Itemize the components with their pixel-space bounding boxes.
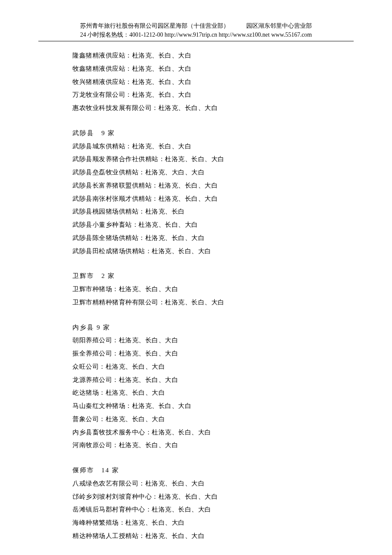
page-header: 苏州青年旅行社股份有限公司园区星海部（十佳营业部） 园区湖东邻里中心营业部 24…	[38, 21, 354, 39]
header-org-left: 苏州青年旅行社股份有限公司园区星海部（十佳营业部）	[80, 21, 229, 30]
list-item: 河南牧原公司：杜洛克、长白、大白	[72, 439, 354, 452]
list-item: 武陟县陈全猪场供精站：杜洛克、长白、大白	[72, 231, 354, 245]
section: 武陟县 9 家武陟县城东供精站：杜洛克、长白、大白武陟县顺发养猪合作社供精站：杜…	[72, 127, 354, 258]
list-item: 隆鑫猪精液供应站：杜洛克、长白、大白	[72, 49, 354, 62]
list-item: 精达种猪场人工授精站：杜洛克、长白、大白	[72, 529, 354, 543]
list-item: 海峰种猪繁殖场：杜洛克、长白、大白	[72, 516, 354, 529]
list-item: 武陟县南张村张顺才供精站：杜洛克、长白、大白	[72, 192, 354, 205]
list-item: 普象公司：杜洛克、长白、大白	[72, 413, 354, 426]
list-item: 振全养殖公司：杜洛克、长白、大白	[72, 347, 354, 360]
list-item: 岳滩镇后马郡村育种中心：杜洛克、长白、大白	[72, 503, 354, 516]
list-item: 卫辉市种猪场：杜洛克、长白、大白	[72, 283, 354, 296]
section-title: 偃师市 14 家	[72, 464, 354, 477]
list-item: 卫辉市精精种猪育种有限公司：杜洛克、长白、大白	[72, 296, 354, 309]
list-item: 武陟县田松成猪场供精站：杜洛克、长白、大白	[72, 245, 354, 258]
list-item: 武陟县桃园猪场供精站：杜洛克、长白	[72, 205, 354, 218]
list-item: 屹达猪场：杜洛克、长白、大白	[72, 386, 354, 399]
list-item: 八戒绿色农艺有限公司：杜洛克、长白、大白	[72, 477, 354, 490]
section-title: 内乡县 9 家	[72, 321, 354, 334]
intro-section: 隆鑫猪精液供应站：杜洛克、长白、大白牧鑫猪精液供应站：杜洛克、长白、大白牧兴猪精…	[72, 49, 354, 115]
section: 卫辉市 2 家卫辉市种猪场：杜洛克、长白、大白卫辉市精精种猪育种有限公司：杜洛克…	[72, 269, 354, 309]
document-page: 苏州青年旅行社股份有限公司园区星海部（十佳营业部） 园区湖东邻里中心营业部 24…	[0, 0, 392, 555]
list-item: 众旺公司：杜洛克、长白、大白	[72, 360, 354, 373]
list-item: 牧兴猪精液供应站：杜洛克、长白、大白	[72, 75, 354, 89]
section: 内乡县 9 家朝阳养殖公司：杜洛克、长白、大白振全养殖公司：杜洛克、长白、大白众…	[72, 321, 354, 452]
list-item: 邙岭乡刘坡村刘坡育种中心：杜洛克、长白、大白	[72, 490, 354, 503]
header-org-right: 园区湖东邻里中心营业部	[246, 21, 312, 30]
document-content: 隆鑫猪精液供应站：杜洛克、长白、大白牧鑫猪精液供应站：杜洛克、长白、大白牧兴猪精…	[38, 49, 354, 543]
list-item: 武陟县小董乡种畜站：杜洛克、长白、大白	[72, 218, 354, 231]
section: 偃师市 14 家八戒绿色农艺有限公司：杜洛克、长白、大白邙岭乡刘坡村刘坡育种中心…	[72, 464, 354, 543]
list-item: 武陟县垒磊牧业供精站：杜洛克、大白、大白	[72, 166, 354, 179]
list-item: 惠农牧业科技发展有限公司：杜洛克、长白、大白	[72, 101, 354, 115]
list-item: 牧鑫猪精液供应站：杜洛克、长白、大白	[72, 62, 354, 75]
header-divider	[38, 41, 354, 41]
list-item: 武陟县城东供精站：杜洛克、长白、大白	[72, 140, 354, 153]
section-title: 卫辉市 2 家	[72, 269, 354, 283]
list-item: 武陟县长富养猪联盟供精站：杜洛克、长白、大白	[72, 179, 354, 192]
list-item: 龙源养殖公司：杜洛克、长白、大白	[72, 373, 354, 387]
list-item: 万龙牧业有限公司：杜洛克、长白、大白	[72, 88, 354, 101]
list-item: 马山秦红文种猪场：杜洛克、长白、大白	[72, 399, 354, 413]
header-line-2: 24 小时报名热线：4001-1212-00 http://www.917tri…	[38, 30, 354, 39]
header-line-1: 苏州青年旅行社股份有限公司园区星海部（十佳营业部） 园区湖东邻里中心营业部	[38, 21, 354, 30]
list-item: 朝阳养殖公司：杜洛克、长白、大白	[72, 334, 354, 347]
section-title: 武陟县 9 家	[72, 127, 354, 140]
list-item: 武陟县顺发养猪合作社供精站：杜洛克、长白、大白	[72, 153, 354, 166]
list-item: 内乡县畜牧技术服务中心：杜洛克、长白、大白	[72, 426, 354, 439]
